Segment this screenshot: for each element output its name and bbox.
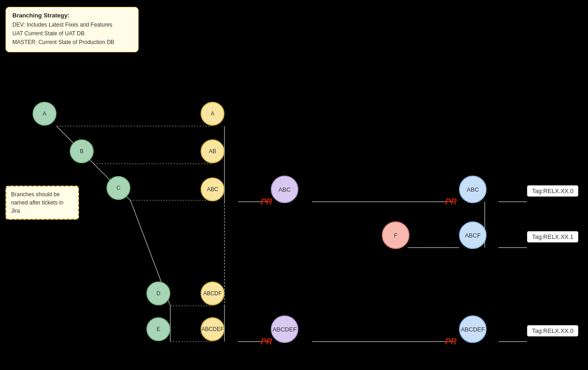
node-abcdef3: ABCDEF xyxy=(459,315,487,343)
pr-label-pr4: PR xyxy=(445,337,457,347)
info-box: Branching Strategy: DEV: Includes Latest… xyxy=(6,7,139,52)
pr-label-pr3: PR xyxy=(445,197,457,207)
node-abc3: ABC xyxy=(271,176,298,203)
node-abcdef2: ABCDEF xyxy=(271,315,298,343)
tag-box-tag2: Tag:RELX.XX.1 xyxy=(527,231,578,243)
node-e1: E xyxy=(146,317,170,341)
node-abcdf: ABCDF xyxy=(201,282,224,305)
node-abcf4: ABCF xyxy=(459,221,487,249)
pr-label-pr1: PR xyxy=(261,197,272,207)
node-abc4: ABC xyxy=(459,176,487,203)
node-c1: C xyxy=(106,176,130,200)
tag-box-tag1: Tag:RELX.XX.0 xyxy=(527,185,578,197)
info-box-title: Branching Strategy: xyxy=(12,12,132,19)
tag-box-tag3: Tag:RELX.XX.0 xyxy=(527,325,578,337)
info-line-3: MASTER: Current State of Production DB xyxy=(12,38,132,47)
pr-label-pr2: PR xyxy=(261,337,272,347)
node-ab2: AB xyxy=(201,139,224,163)
node-a1: A xyxy=(33,102,56,126)
note-box: Branches should be named after tickets i… xyxy=(6,186,79,220)
node-abcdef: ABCDEF xyxy=(201,317,224,341)
node-f1: F xyxy=(382,221,409,249)
info-line-1: DEV: Includes Latest Fixes and Features xyxy=(12,21,132,29)
node-a2: A xyxy=(201,102,224,126)
node-abc2: ABC xyxy=(201,177,224,201)
node-d1: D xyxy=(146,282,170,305)
info-line-2: UAT Current State of UAT DB xyxy=(12,29,132,38)
node-b1: B xyxy=(70,139,94,163)
note-box-text: Branches should be named after tickets i… xyxy=(11,191,63,214)
